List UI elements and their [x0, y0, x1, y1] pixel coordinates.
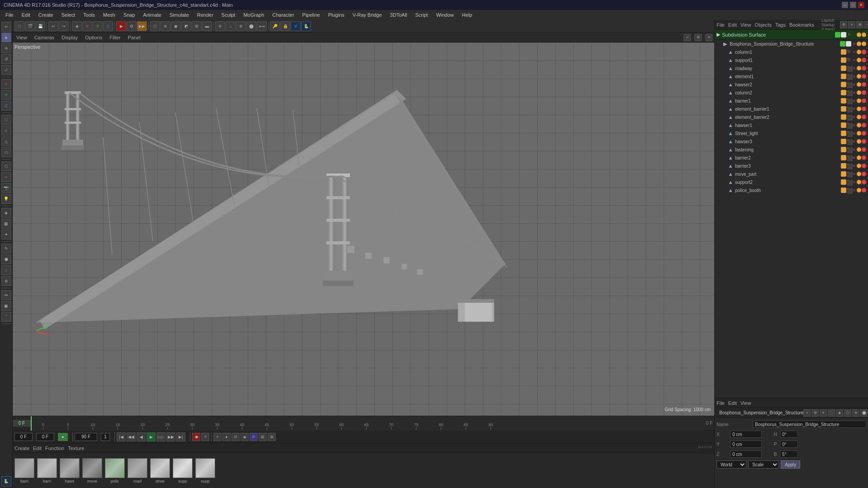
tb-python2[interactable]: 🐍 — [301, 21, 311, 31]
menu-tools[interactable]: Tools — [80, 11, 99, 19]
rw-col[interactable] — [841, 66, 846, 71]
tb-undo[interactable]: ↩ — [48, 21, 58, 31]
s1-v[interactable]: ⬛ — [847, 58, 851, 62]
minimize-btn[interactable]: ─ — [842, 2, 848, 8]
am-apply-button[interactable]: Apply — [781, 460, 800, 469]
b1-col[interactable] — [841, 98, 846, 103]
eb1-x[interactable]: ✕ — [852, 107, 856, 111]
am-y-input[interactable] — [730, 441, 762, 448]
tb-light-view[interactable]: ◉ — [171, 21, 181, 31]
am-scale-select[interactable]: Scale Position Rotation — [748, 460, 779, 469]
tb-render-all[interactable]: ▶▶ — [137, 21, 147, 31]
pb-x[interactable]: ✕ — [852, 188, 856, 192]
b1-t2[interactable] — [862, 99, 866, 103]
c1-v[interactable]: ⬛ — [847, 50, 851, 54]
tool-sphere[interactable]: ○ — [1, 126, 11, 136]
maximize-btn[interactable]: □ — [850, 2, 856, 8]
mat-item-barri1[interactable]: barri — [14, 458, 34, 483]
c2-col[interactable] — [841, 90, 846, 95]
hw3-col[interactable] — [841, 139, 846, 144]
ba2-t[interactable] — [857, 155, 861, 160]
rw-v[interactable]: ⬛ — [847, 66, 851, 70]
menu-mesh[interactable]: Mesh — [99, 11, 119, 19]
am-p-input[interactable] — [780, 441, 798, 448]
bos-render[interactable] — [846, 41, 851, 47]
tool-python[interactable]: 🐍 — [1, 476, 11, 486]
am-b-input[interactable] — [780, 450, 798, 458]
eb1-col[interactable] — [841, 106, 846, 112]
om-barrier2[interactable]: ▲ barrier2 ⬛ ✕ — [715, 154, 868, 162]
current-frame-input[interactable] — [14, 433, 33, 441]
menu-sculpt[interactable]: Sculpt — [218, 11, 239, 19]
s1-t2[interactable] — [862, 58, 866, 62]
s1-col[interactable] — [841, 57, 846, 63]
om-icon-4[interactable]: ✦ — [864, 21, 868, 28]
menu-help[interactable]: Help — [458, 11, 476, 19]
mat-item-road[interactable]: road — [127, 458, 147, 483]
record-btn[interactable]: ● — [58, 433, 68, 441]
tool-bones[interactable]: ✦ — [1, 230, 11, 239]
tb-snap5[interactable]: ⟷ — [257, 21, 267, 31]
hw3-t2[interactable] — [862, 139, 866, 144]
om-icon-2[interactable]: ≡ — [848, 21, 855, 28]
om-elem-barrier2[interactable]: ▲ element_barrier2 ⬛ ✕ — [715, 113, 868, 121]
pb-t2[interactable] — [862, 188, 866, 192]
menu-pipeline[interactable]: Pipeline — [299, 11, 324, 19]
am-file[interactable]: File — [717, 400, 725, 406]
tb-z-sym[interactable]: Z — [103, 21, 113, 31]
menu-create[interactable]: Create — [35, 11, 57, 19]
tb-vray[interactable]: V — [291, 21, 301, 31]
c1-col[interactable] — [841, 49, 846, 55]
su2-t2[interactable] — [862, 180, 866, 184]
om-tags[interactable]: Tags — [775, 22, 786, 28]
tool-deform[interactable]: ↕ — [1, 265, 11, 275]
tool-scale[interactable]: ⤢ — [1, 65, 11, 75]
tool-y-axis[interactable]: Y — [1, 90, 11, 100]
root-tag-dot2[interactable] — [862, 33, 866, 37]
motion-p-btn[interactable]: P — [250, 433, 258, 441]
tool-polygon[interactable]: ⬡ — [1, 161, 11, 171]
motion-grid-btn[interactable]: ⊞ — [259, 433, 267, 441]
eb2-col[interactable] — [841, 114, 846, 120]
hw1-t[interactable] — [857, 123, 861, 127]
ba3-t2[interactable] — [862, 164, 866, 168]
hw3-t[interactable] — [857, 139, 861, 144]
fps-rate-input[interactable] — [101, 433, 110, 441]
jump-start-btn[interactable]: |◀ — [117, 432, 126, 441]
jump-end-btn[interactable]: ▶| — [176, 432, 185, 441]
hw1-t2[interactable] — [862, 123, 866, 127]
tb-snap1[interactable]: ✛ — [215, 21, 225, 31]
sl-x[interactable]: ✕ — [852, 131, 856, 136]
tool-cone[interactable]: △ — [1, 136, 11, 146]
om-support1[interactable]: ▲ support1 ⬛ ✕ — [715, 56, 868, 64]
ba2-col[interactable] — [841, 155, 846, 160]
fa-x[interactable]: ✕ — [852, 147, 856, 152]
om-file[interactable]: File — [717, 22, 725, 28]
close-btn[interactable]: ✕ — [858, 2, 864, 8]
am-z-input[interactable] — [730, 450, 762, 458]
am-icon-a[interactable]: + — [803, 409, 811, 417]
mat-item-haws[interactable]: haws — [60, 458, 80, 483]
am-icon-d[interactable]: ⬛ — [828, 409, 835, 417]
eb2-t[interactable] — [857, 115, 861, 119]
c1-tag2[interactable] — [862, 50, 866, 54]
play-reverse-btn[interactable]: ▷▷ — [156, 432, 165, 441]
s1-x[interactable]: ✕ — [852, 58, 856, 62]
rw-x[interactable]: ✕ — [852, 66, 856, 70]
om-view[interactable]: View — [741, 22, 751, 28]
root-tag-dot[interactable] — [857, 33, 861, 37]
motion-marker-btn[interactable]: ◈ — [241, 433, 249, 441]
window-controls[interactable]: ─ □ ✕ — [842, 2, 864, 8]
tool-box[interactable]: □ — [1, 115, 11, 125]
menu-simulate[interactable]: Simulate — [166, 11, 193, 19]
tb-y-sym[interactable]: Y — [93, 21, 103, 31]
root-render-dot[interactable] — [841, 32, 846, 38]
pb-t[interactable] — [857, 188, 861, 192]
fps-end-input[interactable] — [75, 433, 97, 441]
ba3-col[interactable] — [841, 163, 846, 169]
am-h-input[interactable] — [780, 431, 798, 438]
menu-script[interactable]: Script — [412, 11, 432, 19]
el1-t2[interactable] — [862, 74, 866, 79]
bos-tag2[interactable] — [862, 42, 866, 46]
su2-x[interactable]: ✕ — [852, 180, 856, 184]
